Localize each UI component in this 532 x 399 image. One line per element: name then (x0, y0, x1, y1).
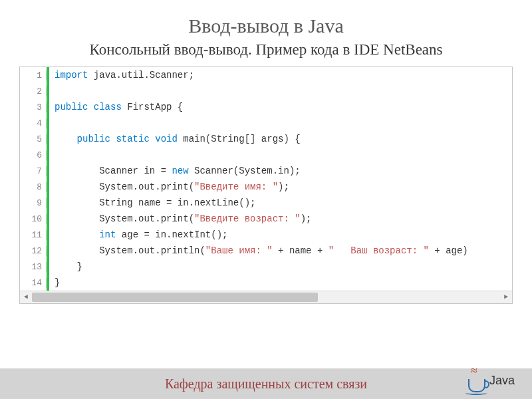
steam-icon: ≈ (471, 366, 483, 378)
code-text: } (49, 277, 60, 288)
line-number: 11 (20, 230, 47, 240)
code-line: 4 (20, 115, 512, 131)
code-text: System.out.print("Введите возраст: "); (49, 213, 312, 224)
scroll-right-icon[interactable]: ► (501, 292, 511, 303)
code-text: public static void main(String[] args) { (49, 134, 301, 144)
code-text: import java.util.Scanner; (49, 70, 194, 80)
code-line: 1import java.util.Scanner; (20, 67, 512, 83)
line-number: 14 (20, 278, 47, 288)
line-number: 8 (20, 182, 47, 192)
code-line: 3public class FirstApp { (20, 99, 512, 115)
cup-icon (468, 379, 485, 392)
change-marker (47, 115, 49, 131)
code-line: 8 System.out.print("Введите имя: "); (20, 179, 512, 195)
code-line: 5 public static void main(String[] args)… (20, 131, 512, 147)
code-text: public class FirstApp { (49, 102, 183, 112)
line-number: 9 (20, 198, 47, 208)
saucer-icon (466, 391, 487, 395)
change-marker (47, 83, 49, 99)
line-number: 6 (20, 150, 47, 160)
code-line: 10 System.out.print("Введите возраст: ")… (20, 211, 512, 227)
slide-body: Ввод-вывод в Java Консольный ввод-вывод.… (0, 0, 532, 399)
line-number: 4 (20, 118, 47, 128)
code-text: String name = in.nextLine(); (49, 198, 255, 208)
line-number: 7 (20, 166, 47, 176)
code-text: System.out.println("Ваше имя: " + name +… (49, 245, 468, 256)
line-number: 13 (20, 262, 47, 272)
slide-subtitle: Консольный ввод-вывод. Пример кода в IDE… (16, 41, 516, 59)
slide-title: Ввод-вывод в Java (16, 15, 516, 37)
line-number: 2 (20, 86, 47, 96)
code-text: System.out.print("Введите имя: "); (49, 182, 289, 192)
code-line: 2 (20, 83, 512, 99)
code-line: 13 } (20, 259, 512, 275)
line-number: 1 (20, 70, 47, 80)
line-number: 3 (20, 102, 47, 112)
line-number: 5 (20, 134, 47, 144)
line-number: 12 (20, 246, 47, 256)
line-number: 10 (20, 214, 47, 224)
code-editor: 1import java.util.Scanner;23public class… (19, 66, 513, 304)
java-logo: ≈ Java (466, 366, 515, 395)
cup-handle-icon (484, 380, 489, 388)
code-text: int age = in.nextInt(); (49, 229, 227, 240)
code-line: 7 Scanner in = new Scanner(System.in); (20, 163, 512, 179)
scroll-thumb[interactable] (32, 293, 318, 302)
code-lines: 1import java.util.Scanner;23public class… (20, 67, 512, 291)
scroll-left-icon[interactable]: ◄ (21, 292, 31, 303)
change-marker (47, 147, 49, 163)
code-text: } (49, 261, 82, 272)
coffee-cup-icon: ≈ (466, 366, 488, 395)
code-line: 12 System.out.println("Ваше имя: " + nam… (20, 243, 512, 259)
code-line: 9 String name = in.nextLine(); (20, 195, 512, 211)
footer-department: Кафедра защищенных систем связи (165, 376, 367, 392)
code-line: 14} (20, 275, 512, 291)
code-line: 11 int age = in.nextInt(); (20, 227, 512, 243)
horizontal-scrollbar[interactable]: ◄ ► (20, 291, 512, 303)
java-word: Java (489, 374, 515, 388)
footer-bar: Кафедра защищенных систем связи ≈ Java (0, 368, 532, 399)
code-text: Scanner in = new Scanner(System.in); (49, 166, 301, 176)
code-line: 6 (20, 147, 512, 163)
